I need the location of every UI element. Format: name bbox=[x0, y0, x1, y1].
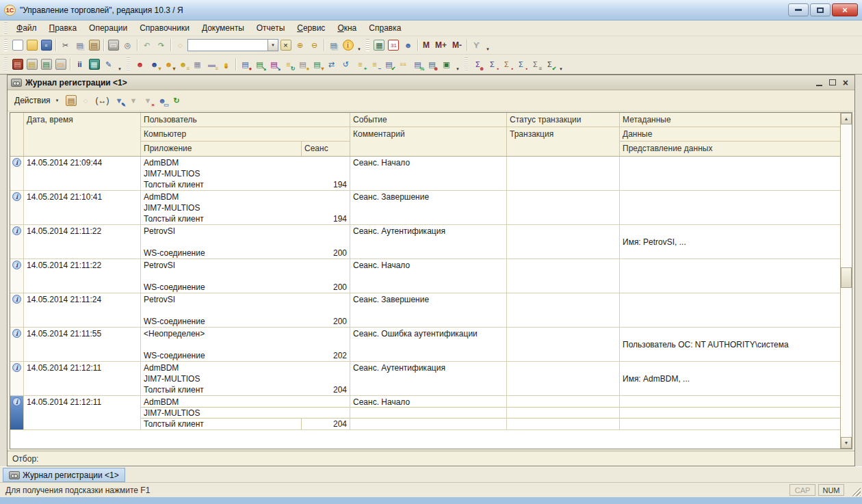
open-folder-icon[interactable] bbox=[25, 38, 39, 52]
menu-правка[interactable]: Правка bbox=[43, 22, 83, 34]
document-edit-icon[interactable]: ✎ bbox=[101, 57, 116, 71]
cell-metadata[interactable] bbox=[620, 293, 840, 327]
resize-grip[interactable] bbox=[851, 487, 861, 496]
payment-terminal-icon[interactable]: ▬≡ bbox=[205, 57, 219, 71]
service-dropdown-caret[interactable]: ▼ bbox=[484, 47, 492, 51]
scroll-down-icon[interactable]: ▼ bbox=[841, 437, 852, 449]
cell-date-time[interactable]: 14.05.2014 21:12:11 bbox=[24, 396, 141, 429]
cell-user[interactable]: PetrovSIWS-соединение200 bbox=[141, 259, 350, 293]
edit-dropdown-caret[interactable]: ▼ bbox=[116, 67, 124, 71]
delete-row-icon[interactable]: ≡− bbox=[367, 57, 382, 71]
table-row[interactable]: i14.05.2014 21:12:11AdmBDMJIM7-MULTIOSТо… bbox=[10, 362, 840, 396]
cell-metadata[interactable] bbox=[620, 157, 840, 190]
cell-metadata[interactable] bbox=[620, 396, 840, 429]
manager-doc-icon[interactable]: ▤☻ bbox=[425, 57, 439, 71]
row-indicator-cell[interactable]: i bbox=[10, 191, 24, 224]
counterparties-icon[interactable]: ii bbox=[73, 57, 87, 71]
search-dropdown-icon[interactable]: ▼ bbox=[268, 39, 278, 51]
vertical-scrollbar[interactable]: ▲ ▼ bbox=[840, 113, 852, 449]
cell-event[interactable]: Сеанс. Ошибка аутентификации bbox=[350, 328, 507, 361]
redo-icon[interactable]: ↷ bbox=[154, 38, 168, 52]
print-invoice-icon[interactable]: ▭ bbox=[53, 57, 68, 71]
cell-date-time[interactable]: 14.05.2014 21:10:41 bbox=[24, 191, 141, 224]
menu-окна[interactable]: Окна bbox=[331, 22, 363, 34]
undo-icon[interactable]: ↶ bbox=[140, 38, 154, 52]
supplier-order-icon[interactable]: ☻▾ bbox=[161, 57, 176, 71]
filter-settings-icon[interactable]: ▼✎ bbox=[112, 94, 127, 107]
cell-event[interactable]: Сеанс. Начало bbox=[350, 259, 507, 293]
debtor-icon[interactable]: ☻≡ bbox=[176, 57, 190, 71]
calendar-icon[interactable]: 31 bbox=[387, 38, 401, 52]
info-dropdown-caret[interactable]: ▼ bbox=[355, 47, 363, 51]
cell-event[interactable]: Сеанс. Аутентификация bbox=[350, 225, 507, 258]
doc-refresh-icon[interactable]: ↺ bbox=[339, 57, 353, 71]
find-icon[interactable]: ◌ bbox=[173, 38, 187, 52]
cell-transaction-status[interactable] bbox=[507, 293, 620, 327]
row-indicator-cell[interactable]: i bbox=[10, 362, 24, 395]
cell-transaction-status[interactable] bbox=[507, 328, 620, 361]
menu-отчеты[interactable]: Отчеты bbox=[250, 22, 291, 34]
active-users-icon[interactable]: ☻▭ bbox=[155, 94, 170, 107]
money-receipt-icon[interactable]: ≡↻ bbox=[281, 57, 296, 71]
cell-metadata[interactable] bbox=[620, 191, 840, 224]
column-header-transaction[interactable]: Транзакция bbox=[507, 127, 619, 156]
goods-receipt-icon[interactable]: ▤↘ bbox=[252, 57, 267, 71]
paste-icon[interactable]: ▤ bbox=[87, 38, 101, 52]
row-indicator-cell[interactable]: i bbox=[10, 293, 24, 327]
event-detail-icon[interactable]: ▤ bbox=[64, 94, 79, 107]
column-header-metadata[interactable]: Метаданные bbox=[620, 113, 840, 127]
doc-search-icon[interactable]: ▤● bbox=[296, 57, 310, 71]
add-row-icon[interactable]: ≡+ bbox=[353, 57, 367, 71]
log-minimize-button[interactable] bbox=[816, 79, 822, 86]
report-sales-icon[interactable]: Σ▪ bbox=[499, 57, 514, 71]
cell-event[interactable]: Сеанс. Начало bbox=[350, 157, 507, 190]
structure-icon[interactable]: ▣ bbox=[439, 57, 454, 71]
cell-user[interactable]: AdmBDMJIM7-MULTIOSТолстый клиент194 bbox=[141, 157, 350, 190]
table-row[interactable]: i14.05.2014 21:11:22PetrovSIWS-соединени… bbox=[10, 225, 840, 259]
catalog-cabinet-icon[interactable]: ▤ bbox=[10, 57, 25, 71]
clear-filter-icon[interactable]: ▼× bbox=[141, 94, 155, 107]
cash-register-icon[interactable]: ▦ bbox=[87, 57, 101, 71]
calculator-icon[interactable]: ▦ bbox=[372, 38, 387, 52]
toolbar-grip[interactable] bbox=[465, 57, 468, 71]
menu-сервис[interactable]: Сервис bbox=[291, 22, 331, 34]
tab-log-window[interactable]: Журнал регистрации <1> bbox=[3, 468, 125, 482]
cell-metadata[interactable]: Имя: PetrovSI, ... bbox=[620, 225, 840, 258]
log-maximize-button[interactable] bbox=[829, 79, 836, 85]
print-preview-icon[interactable]: ◎ bbox=[120, 38, 135, 52]
interval-icon[interactable]: (↔) bbox=[93, 96, 112, 105]
cell-transaction-status[interactable] bbox=[507, 396, 620, 429]
cell-user[interactable]: PetrovSIWS-соединение200 bbox=[141, 293, 350, 327]
row-indicator-cell[interactable]: i bbox=[10, 225, 24, 258]
cell-metadata[interactable] bbox=[620, 259, 840, 293]
toolbar-grip[interactable] bbox=[366, 39, 369, 51]
copy-fragment-icon[interactable]: ▤ bbox=[326, 38, 341, 52]
report-list-icon[interactable]: Σ≡ bbox=[528, 57, 543, 71]
column-header-data-repr[interactable]: Представление данных bbox=[620, 142, 840, 156]
cell-event[interactable]: Сеанс. Завершение bbox=[350, 293, 507, 327]
column-header-application[interactable]: Приложение bbox=[141, 142, 301, 156]
cell-date-time[interactable]: 14.05.2014 21:11:55 bbox=[24, 328, 141, 361]
print-price-tags-icon[interactable]: ▤ bbox=[25, 57, 39, 71]
row-indicator-cell[interactable]: i bbox=[10, 157, 24, 190]
zoom-in-icon[interactable]: ⊕ bbox=[293, 38, 307, 52]
clear-search-icon[interactable]: × bbox=[278, 38, 293, 52]
cell-date-time[interactable]: 14.05.2014 21:09:44 bbox=[24, 157, 141, 190]
doc-sync-icon[interactable]: ⇄ bbox=[324, 57, 339, 71]
buyer-invoice-icon[interactable]: ▤● bbox=[238, 57, 252, 71]
zoom-out-icon[interactable]: ⊖ bbox=[307, 38, 322, 52]
row-indicator-cell[interactable]: i bbox=[10, 328, 24, 361]
toolbar-grip[interactable] bbox=[127, 57, 130, 71]
table-row[interactable]: i14.05.2014 21:11:24PetrovSIWS-соединени… bbox=[10, 293, 840, 328]
table-row[interactable]: i14.05.2014 21:12:11AdmBDMJIM7-MULTIOSТо… bbox=[10, 396, 840, 430]
cell-transaction-status[interactable] bbox=[507, 157, 620, 190]
coins-icon[interactable]: ● bbox=[219, 57, 233, 71]
memory-add-button[interactable]: M+ bbox=[432, 40, 449, 50]
menu-справка[interactable]: Справка bbox=[363, 22, 407, 34]
menubar-grip[interactable] bbox=[4, 23, 8, 33]
close-button[interactable]: × bbox=[832, 3, 858, 16]
copy-icon[interactable]: ▤ bbox=[73, 38, 87, 52]
scroll-up-icon[interactable]: ▲ bbox=[841, 113, 852, 124]
cell-user[interactable]: <Неопределен>WS-соединение202 bbox=[141, 328, 350, 361]
cell-user[interactable]: AdmBDMJIM7-MULTIOSТолстый клиент204 bbox=[141, 396, 350, 429]
